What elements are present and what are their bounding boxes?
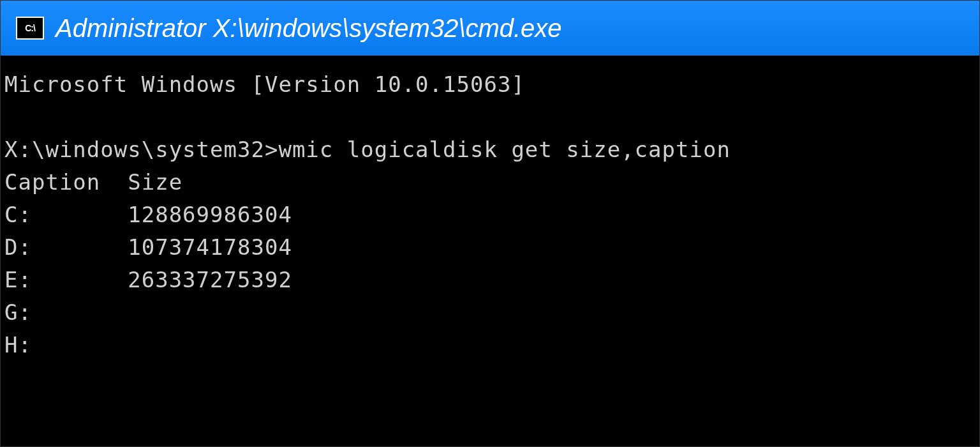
output-header: Caption Size (4, 169, 182, 195)
table-row: C: 128869986304 (4, 199, 976, 231)
cmd-icon-label: C:\ (25, 23, 35, 33)
prompt: X:\windows\system32> (4, 137, 278, 162)
titlebar[interactable]: C:\ Administrator X:\windows\system32\cm… (1, 1, 979, 56)
version-line: Microsoft Windows [Version 10.0.15063] (4, 72, 525, 97)
window-title: Administrator X:\windows\system32\cmd.ex… (56, 14, 562, 43)
cmd-icon: C:\ (16, 17, 44, 40)
cmd-window: C:\ Administrator X:\windows\system32\cm… (0, 0, 980, 447)
table-row: H: (4, 329, 976, 361)
terminal-output[interactable]: Microsoft Windows [Version 10.0.15063] X… (1, 56, 979, 446)
command-text: wmic logicaldisk get size,caption (278, 137, 731, 162)
table-row: D: 107374178304 (4, 231, 976, 264)
table-row: G: (4, 296, 976, 329)
table-row: E: 263337275392 (4, 264, 976, 296)
